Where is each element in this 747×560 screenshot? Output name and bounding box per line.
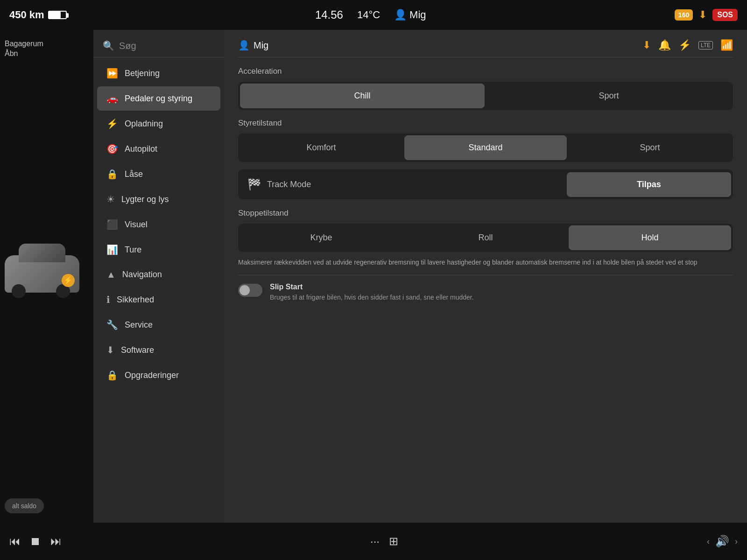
status-center: 14.56 14°C 👤 Mig <box>76 8 665 21</box>
lightning-badge: ⚡ <box>62 274 75 287</box>
sidebar-item-navigation[interactable]: ▲ Navigation <box>97 263 220 287</box>
main-layout: Bagagerum Åbn ⚡ alt saldo 🔍 Søg ⏩ Betjen… <box>0 30 747 523</box>
sidebar-item-lase[interactable]: 🔒 Låse <box>97 162 220 186</box>
battery-icon <box>48 11 67 19</box>
sidebar-label-lase: Låse <box>125 169 143 179</box>
sidebar-label-opgraderinger: Opgraderinger <box>125 371 179 380</box>
search-bar[interactable]: 🔍 Søg <box>93 35 224 57</box>
status-time: 14.56 <box>315 8 343 21</box>
sidebar-label-navigation: Navigation <box>122 270 162 280</box>
saldo-button[interactable]: alt saldo <box>5 498 44 513</box>
grid-icon[interactable]: ⊞ <box>389 535 398 548</box>
header-icons: ⬇ 🔔 ⚡ LTE 📶 <box>642 39 733 51</box>
tilpas-button[interactable]: Tilpas <box>567 172 731 197</box>
bell-icon: 🔔 <box>658 39 671 51</box>
sos-badge: SOS <box>712 9 738 21</box>
track-mode-button[interactable]: 🏁 Track Mode <box>240 171 565 197</box>
track-mode-label: Track Mode <box>267 180 311 189</box>
software-icon: ⬇ <box>106 344 114 356</box>
car-image-area: ⚡ <box>5 59 79 489</box>
volume-left-chevron[interactable]: ‹ <box>707 537 710 546</box>
sidebar-item-software[interactable]: ⬇ Software <box>97 338 220 362</box>
sidebar-item-autopilot[interactable]: 🎯 Autopilot <box>97 137 220 161</box>
stop-hold[interactable]: Hold <box>569 225 731 250</box>
betjening-icon: ⏩ <box>106 68 118 79</box>
sidebar-item-service[interactable]: 🔧 Service <box>97 313 220 337</box>
status-range: 450 km <box>9 9 67 21</box>
sidebar-label-opladning: Opladning <box>125 119 163 129</box>
range-text: 450 km <box>9 9 44 21</box>
stop-krybe[interactable]: Krybe <box>240 225 402 250</box>
visuel-icon: ⬛ <box>106 219 118 230</box>
sidebar-item-opgraderinger[interactable]: 🔒 Opgraderinger <box>97 363 220 387</box>
acceleration-label: Acceleration <box>238 67 733 76</box>
next-button[interactable]: ⏭ <box>50 535 62 548</box>
bottom-bar: ⏮ ⏹ ⏭ ··· ⊞ ‹ 🔊 › <box>0 523 747 560</box>
sidebar-label-sikkerhed: Sikkerhed <box>117 295 154 305</box>
steering-standard[interactable]: Standard <box>404 135 567 160</box>
sidebar-item-opladning[interactable]: ⚡ Opladning <box>97 112 220 136</box>
sidebar-label-lygter: Lygter og lys <box>121 195 169 204</box>
user-icon-top: 👤 <box>394 9 407 21</box>
user-section: 👤 Mig <box>238 40 268 51</box>
speed-badge: 160 <box>675 9 693 21</box>
status-icons: 160 ⬇ SOS <box>675 9 738 21</box>
slip-start-title: Slip Start <box>270 283 474 291</box>
download-icon-top: ⬇ <box>698 9 707 21</box>
lase-icon: 🔒 <box>106 168 118 180</box>
sidebar-label-betjening: Betjening <box>125 69 160 78</box>
sidebar-item-ture[interactable]: 📊 Ture <box>97 238 220 262</box>
stop-mode-label: Stoppetilstand <box>238 209 733 218</box>
sidebar-item-pedaler[interactable]: 🚗 Pedaler og styring <box>97 86 220 111</box>
navigation-icon: ▲ <box>106 269 116 280</box>
track-mode-row: 🏁 Track Mode Tilpas <box>238 169 733 199</box>
bluetooth-icon: ⚡ <box>678 39 691 51</box>
search-label: Søg <box>119 41 136 51</box>
acceleration-group: Chill Sport <box>238 82 733 110</box>
content-user-label: Mig <box>254 40 268 51</box>
opladning-icon: ⚡ <box>106 118 118 129</box>
search-icon: 🔍 <box>103 40 114 51</box>
bottom-center-icons: ··· ⊞ <box>370 535 398 548</box>
sidebar-label-autopilot: Autopilot <box>125 144 157 154</box>
dots-icon[interactable]: ··· <box>370 535 380 548</box>
lte-badge: LTE <box>698 41 713 49</box>
sidebar-item-visuel[interactable]: ⬛ Visuel <box>97 212 220 237</box>
sidebar-item-sikkerhed[interactable]: ℹ Sikkerhed <box>97 287 220 312</box>
lygter-icon: ☀ <box>106 194 115 205</box>
sidebar-label-software: Software <box>121 345 154 355</box>
service-icon: 🔧 <box>106 319 118 330</box>
acceleration-chill[interactable]: Chill <box>240 84 485 108</box>
steering-label: Styretilstand <box>238 119 733 128</box>
acceleration-sport[interactable]: Sport <box>486 84 731 108</box>
sidebar-label-pedaler: Pedaler og styring <box>125 94 192 104</box>
volume-section: ‹ 🔊 › <box>707 535 738 548</box>
steering-group: Komfort Standard Sport <box>238 133 733 162</box>
status-temp: 14°C <box>357 9 380 21</box>
left-panel: Bagagerum Åbn ⚡ alt saldo <box>0 30 93 523</box>
prev-button[interactable]: ⏮ <box>9 535 21 548</box>
sidebar-label-service: Service <box>125 320 153 330</box>
status-bar: 450 km 14.56 14°C 👤 Mig 160 ⬇ SOS <box>0 0 747 30</box>
pedaler-icon: 🚗 <box>106 93 118 104</box>
steering-sport[interactable]: Sport <box>569 135 731 160</box>
stop-button[interactable]: ⏹ <box>30 535 41 548</box>
download-icon-header: ⬇ <box>642 39 651 51</box>
volume-right-chevron[interactable]: › <box>735 537 738 546</box>
sidebar-item-betjening[interactable]: ⏩ Betjening <box>97 61 220 85</box>
stop-roll[interactable]: Roll <box>404 225 567 250</box>
sikkerhed-icon: ℹ <box>106 294 110 305</box>
sidebar-item-lygter[interactable]: ☀ Lygter og lys <box>97 187 220 211</box>
bagagerum-label: Bagagerum Åbn <box>5 39 43 59</box>
status-user-top: 👤 Mig <box>394 9 426 21</box>
stop-mode-group: Krybe Roll Hold <box>238 224 733 252</box>
content-header: 👤 Mig ⬇ 🔔 ⚡ LTE 📶 <box>238 39 733 57</box>
sidebar-label-visuel: Visuel <box>125 220 148 230</box>
stop-mode-description: Maksimerer rækkevidden ved at udvide reg… <box>238 258 733 275</box>
slip-start-description: Bruges til at frigøre bilen, hvis den si… <box>270 293 474 302</box>
volume-icon[interactable]: 🔊 <box>715 535 729 548</box>
content-area: 👤 Mig ⬇ 🔔 ⚡ LTE 📶 Acceleration Chill Spo… <box>224 30 747 523</box>
slip-start-toggle[interactable] <box>238 284 262 297</box>
steering-komfort[interactable]: Komfort <box>240 135 402 160</box>
checkered-flag-icon: 🏁 <box>247 178 261 191</box>
